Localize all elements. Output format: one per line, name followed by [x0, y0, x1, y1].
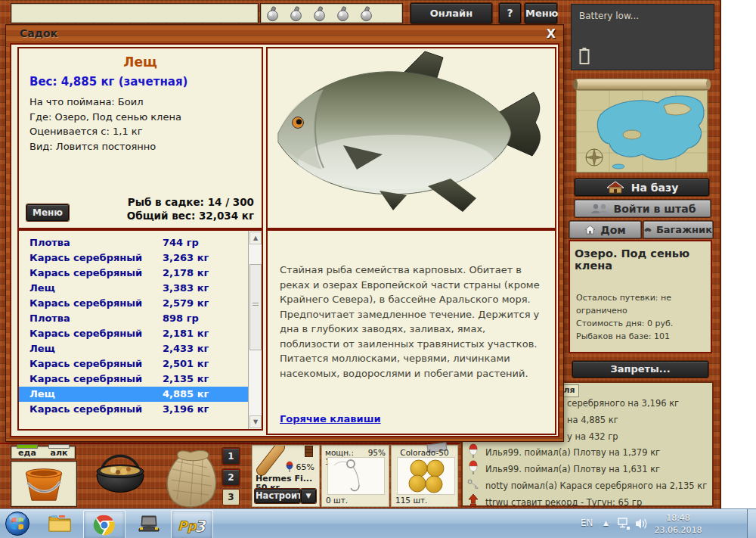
fish-weight: 2,501 кг [163, 356, 209, 372]
fish-name: Лещ [29, 343, 55, 354]
to-base-label: На базу [631, 182, 679, 194]
fish-list-row[interactable]: Карась серебряный2,178 кг [19, 266, 249, 281]
enter-hq-label: Войти в штаб [614, 203, 696, 215]
fish-name: Карась серебряный [29, 267, 142, 278]
bans-button[interactable]: Запреты... [572, 361, 708, 378]
clock-date: 23.06.2018 [652, 524, 705, 536]
location-details: Осталось путевки: не ограничено Стоимост… [576, 291, 711, 343]
fish-list-row[interactable]: Карась серебряный2,135 кг [19, 372, 249, 387]
fish-list-row[interactable]: Карась серебряный2,579 кг [19, 296, 249, 311]
fish-list-row[interactable]: Плотва898 гр [19, 311, 249, 326]
bait-name: Colorado-50 [392, 448, 457, 457]
battery-warning-text: Battery low... [579, 11, 639, 21]
bait-panel[interactable]: Colorado-50 115 шт. [391, 445, 458, 507]
keepnet-counts: Рыб в садке: 14 / 300 Общий вес: 32,034 … [127, 195, 254, 222]
to-base-button[interactable]: На базу [575, 179, 709, 196]
fish-weight: 2,433 кг [163, 341, 209, 356]
explorer-icon[interactable] [47, 512, 73, 534]
fish-weight: 3,263 кг [163, 250, 209, 266]
fish-list-row[interactable]: Карась серебряный2,181 кг [19, 326, 249, 341]
home-label: Дом [600, 224, 626, 236]
enter-hq-button[interactable]: Войти в штаб [575, 200, 711, 217]
fish-list-row[interactable]: Лещ3,383 кг [19, 281, 249, 296]
start-button[interactable] [5, 511, 30, 536]
chat-message: notty поймал(а) Карася серебряного на 2,… [485, 480, 707, 491]
alcohol-label: алк [51, 449, 68, 458]
device-app-icon[interactable] [136, 514, 162, 535]
scroll-thumb[interactable] [249, 264, 262, 350]
fish-weight-line: Вес: 4,885 кг (зачетная) [29, 75, 262, 89]
needs-meters: еда алк [11, 446, 76, 459]
fish-weight: 2,135 кг [163, 372, 209, 387]
fish-name: Карась серебряный [29, 328, 142, 339]
fish-name: Карась серебряный [29, 297, 142, 309]
online-services-button[interactable]: Онлайн сервисы [411, 3, 492, 23]
hook-slot[interactable] [327, 457, 385, 495]
chat-message: ttrwu ставит рекорд - Тугун: 65 гр [485, 497, 642, 508]
cauldron-icon[interactable] [89, 448, 151, 507]
language-indicator[interactable]: EN [581, 518, 593, 528]
chat-message: Илья99. поймал(а) Плотву на 1,379 кг [485, 447, 660, 458]
alcohol-meter: алк [48, 444, 70, 458]
location-title: Озеро. Под сенью клена [575, 247, 706, 272]
bait-count: 115 шт. [395, 496, 427, 505]
bait-slot[interactable] [397, 457, 455, 495]
fish-weight: 3,383 кг [163, 281, 209, 296]
slot-button-2[interactable]: 2 [222, 469, 240, 486]
tray-expand-icon[interactable]: ▲ [603, 519, 609, 527]
car-icon [644, 225, 652, 234]
fish-image-panel [266, 47, 556, 229]
hotkeys-link[interactable]: Горячие клавиши [280, 413, 381, 424]
help-button[interactable]: ? [499, 3, 521, 23]
scroll-up-icon[interactable]: ▲ [249, 232, 262, 244]
chat-message: Илья99. поймал(а) Плотву на 1,631 кг [485, 464, 660, 474]
fish-name: Плотва [29, 313, 70, 324]
scroll-down-icon[interactable]: ▼ [249, 415, 262, 428]
fish-list-row[interactable]: Лещ2,433 кг [19, 341, 249, 356]
fish-list-row[interactable]: Карась серебряный2,501 кг [19, 356, 249, 372]
fish-weight: 898 гр [163, 311, 199, 326]
fish-menu-button[interactable]: Меню [26, 204, 69, 221]
fish-name: Карась серебряный [29, 252, 142, 263]
list-scrollbar[interactable]: ▲ ▼ [248, 231, 262, 429]
slot-button-3[interactable]: 3 [222, 489, 240, 505]
fish-list-row[interactable]: Карась серебряный3,196 кг [19, 402, 249, 417]
fish-list-row[interactable]: Плотва744 гр [19, 235, 249, 250]
network-icon[interactable] [617, 517, 631, 530]
home-button[interactable]: Дом [569, 221, 641, 238]
bells-strip [260, 3, 403, 23]
record-arrow-icon [467, 493, 479, 507]
hook-leader-icon [328, 458, 384, 494]
volume-icon[interactable] [634, 517, 648, 530]
base-house-icon [606, 181, 625, 194]
pp3-game-icon: Рр 3 [176, 515, 208, 536]
reel-icon [305, 446, 313, 457]
fish-count: Рыб в садке: 14 / 300 [127, 195, 254, 209]
fish-list-row[interactable]: Карась серебряный3,263 кг [19, 250, 249, 266]
rod-panel[interactable]: 65% Hermes Fi... 50 кг Настроить ▼ [252, 445, 320, 507]
taskbar-clock[interactable]: 18:48 23.06.2018 [652, 512, 705, 536]
close-icon[interactable]: X [547, 26, 556, 41]
slot-button-1[interactable]: 1 [222, 448, 240, 465]
keepnet-icon[interactable] [157, 446, 221, 508]
location-line: Рыбаков на базе: 101 [576, 330, 711, 343]
fish-list-row-selected[interactable]: Лещ4,885 кг [19, 387, 249, 402]
hook-icon [467, 478, 479, 490]
game-taskbar-button[interactable]: Рр 3 [171, 510, 213, 538]
chrome-taskbar-button[interactable] [83, 510, 125, 538]
menu-button[interactable]: Меню [525, 3, 557, 23]
fish-where: Где: Озеро, Под сенью клена [29, 110, 262, 125]
rod-dropdown-icon[interactable]: ▼ [301, 489, 316, 503]
fish-name-title: Лещ [19, 54, 262, 70]
show-desktop-button[interactable] [747, 509, 756, 538]
location-line: Стоимость дня: 0 руб. [576, 317, 711, 330]
configure-button[interactable]: Настроить [255, 489, 300, 503]
bucket-slot[interactable] [11, 461, 77, 507]
battery-warning-panel: Battery low... [571, 4, 714, 70]
location-map[interactable] [573, 76, 711, 176]
trunk-button[interactable]: Багажник [643, 221, 713, 238]
fish-name: Лещ [29, 282, 55, 294]
line-panel[interactable]: мощн.: 100 95% 0 шт. [321, 445, 389, 507]
fish-weight: 744 гр [163, 235, 199, 250]
boilies-icon [398, 458, 454, 494]
